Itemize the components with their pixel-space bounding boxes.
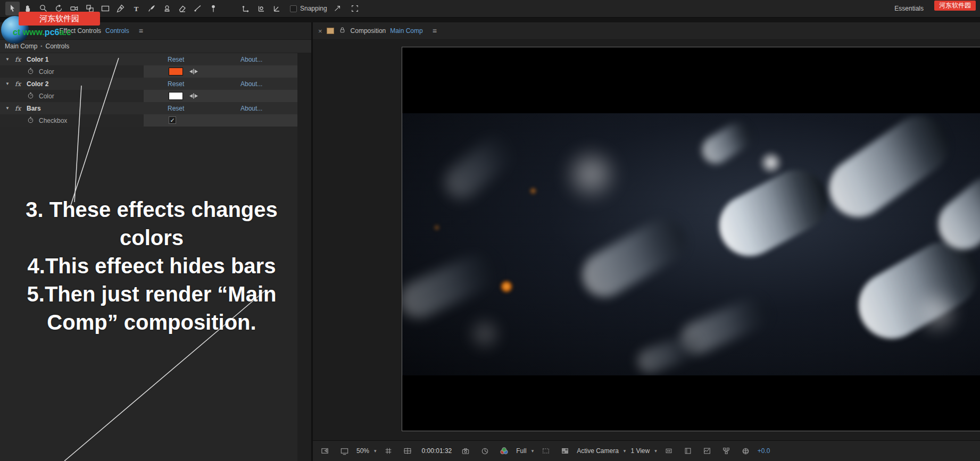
transparency-grid-icon[interactable] <box>558 444 572 458</box>
about-link[interactable]: About... <box>240 105 262 112</box>
chevron-down-icon[interactable]: ▾ <box>374 448 377 454</box>
prop-label: Color <box>39 93 54 100</box>
eyedropper-target-icon[interactable] <box>188 93 199 100</box>
puppet-pin-tool[interactable] <box>206 2 220 15</box>
composition-tab-bar: × Composition Main Comp ≡ <box>313 22 980 40</box>
safe-margins-icon[interactable] <box>401 444 415 458</box>
stopwatch-icon[interactable] <box>27 68 34 76</box>
region-of-interest-icon[interactable] <box>538 444 553 458</box>
watermark-url: ct www.pc6a.c <box>13 28 71 37</box>
composition-viewport[interactable] <box>313 40 980 440</box>
effect-rows: ▼ fx Color 1 Reset About... Color ▼ <box>0 53 311 127</box>
color-swatch[interactable] <box>169 92 183 100</box>
effect-header-bars[interactable]: ▼ fx Bars Reset About... <box>0 102 297 114</box>
show-snapshot-icon[interactable] <box>478 444 492 458</box>
brush-tool[interactable] <box>144 2 159 15</box>
view-layout-select[interactable]: 1 View <box>630 447 650 455</box>
fx-icon: fx <box>15 80 21 88</box>
exposure-adjust-icon[interactable] <box>681 444 695 458</box>
type-tool[interactable]: T <box>129 2 143 15</box>
fx-icon: fx <box>15 56 21 63</box>
resolution-select[interactable]: Full <box>516 447 526 455</box>
stopwatch-icon[interactable] <box>27 116 34 125</box>
channel-colors-icon[interactable] <box>497 444 511 458</box>
current-timecode[interactable]: 0:00:01:32 <box>422 447 452 455</box>
zoom-level[interactable]: 50% <box>356 447 369 455</box>
reset-link[interactable]: Reset <box>168 80 184 88</box>
effect-name: Color 1 <box>27 56 48 63</box>
breadcrumb-separator: • <box>40 44 42 49</box>
axis-mode-local-icon[interactable] <box>238 2 253 15</box>
always-preview-icon[interactable] <box>318 444 333 458</box>
roto-brush-tool[interactable] <box>190 2 205 15</box>
scrollbar-gutter[interactable] <box>297 53 311 461</box>
axis-mode-view-icon[interactable] <box>269 2 284 15</box>
clone-stamp-tool[interactable] <box>160 2 174 15</box>
axis-mode-world-icon[interactable] <box>254 2 268 15</box>
check-icon: ✓ <box>170 118 175 123</box>
color-swatch[interactable] <box>169 68 183 76</box>
camera-view-select[interactable]: Active Camera <box>577 447 619 455</box>
tab-composition[interactable]: Composition <box>351 27 386 35</box>
effect-prop-color-2: Color <box>0 90 297 102</box>
snapping-label: Snapping <box>300 5 327 12</box>
chevron-down-icon[interactable]: ▼ <box>5 81 10 86</box>
tool-bar: T Snapping <box>0 0 980 18</box>
panel-menu-icon[interactable]: ≡ <box>433 27 437 35</box>
snapping-checkbox[interactable] <box>290 5 297 12</box>
flowchart-icon[interactable] <box>719 444 734 458</box>
watermark-url-part: ct www. <box>13 28 45 37</box>
chevron-down-icon[interactable]: ▾ <box>624 448 626 454</box>
reset-link[interactable]: Reset <box>168 56 184 63</box>
stopwatch-icon[interactable] <box>27 92 34 100</box>
composition-frame[interactable] <box>402 47 980 431</box>
watermark-url-part: a.c <box>59 28 71 37</box>
workspace-selector[interactable]: Essentials <box>894 5 924 12</box>
chevron-down-icon[interactable]: ▾ <box>531 448 534 454</box>
tab-composition-target[interactable]: Main Comp <box>390 27 422 35</box>
capture-corners-icon[interactable] <box>348 2 362 15</box>
fast-previews-globe-icon[interactable] <box>738 444 753 458</box>
effect-controls-panel: × Effect Controls Controls ≡ Main Comp •… <box>0 22 311 461</box>
pen-tool[interactable] <box>113 2 128 15</box>
effect-header-color-1[interactable]: ▼ fx Color 1 Reset About... <box>0 53 297 65</box>
monitor-icon[interactable] <box>337 444 352 458</box>
snapshot-camera-icon[interactable] <box>459 444 473 458</box>
eyedropper-target-icon[interactable] <box>188 69 199 76</box>
chevron-down-icon[interactable]: ▾ <box>654 448 657 454</box>
about-link[interactable]: About... <box>240 80 262 88</box>
chevron-down-icon[interactable]: ▼ <box>5 57 10 62</box>
effect-prop-color-1: Color <box>0 65 297 78</box>
timeline-graph-icon[interactable] <box>700 444 715 458</box>
svg-text:T: T <box>134 5 138 13</box>
tab-effect-controls-target[interactable]: Controls <box>105 27 129 35</box>
lock-icon[interactable] <box>338 26 346 36</box>
effect-name: Bars <box>27 105 41 112</box>
reset-link[interactable]: Reset <box>168 105 184 112</box>
checkbox-checked[interactable]: ✓ <box>169 116 176 124</box>
watermark-badge-right: 河东软件园 <box>934 1 976 11</box>
selection-tool[interactable] <box>5 2 20 15</box>
breadcrumb-layer: Controls <box>46 43 70 50</box>
snap-edges-icon[interactable] <box>330 2 345 15</box>
chevron-down-icon[interactable]: ▼ <box>5 106 10 111</box>
exposure-value[interactable]: +0.0 <box>758 447 770 455</box>
composition-image <box>402 113 980 375</box>
prop-label: Checkbox <box>39 117 67 124</box>
effect-prop-checkbox: Checkbox ✓ <box>0 114 297 127</box>
grid-options-icon[interactable] <box>381 444 396 458</box>
composition-panel: × Composition Main Comp ≡ <box>313 22 980 461</box>
prop-label: Color <box>39 68 54 76</box>
composition-footer: 50% ▾ 0:00:01:32 Full <box>313 440 980 461</box>
panel-menu-icon[interactable]: ≡ <box>139 27 143 35</box>
breadcrumb: Main Comp • Controls <box>0 40 311 53</box>
eraser-tool[interactable] <box>175 2 189 15</box>
rectangle-tool[interactable] <box>98 2 112 15</box>
effect-name: Color 2 <box>27 80 48 88</box>
about-link[interactable]: About... <box>240 56 262 63</box>
breadcrumb-comp[interactable]: Main Comp <box>5 43 37 50</box>
close-panel-icon[interactable]: × <box>318 27 322 35</box>
pixel-aspect-icon[interactable] <box>662 444 676 458</box>
watermark-badge-left: 河东软件园 <box>19 12 100 26</box>
effect-header-color-2[interactable]: ▼ fx Color 2 Reset About... <box>0 78 297 90</box>
